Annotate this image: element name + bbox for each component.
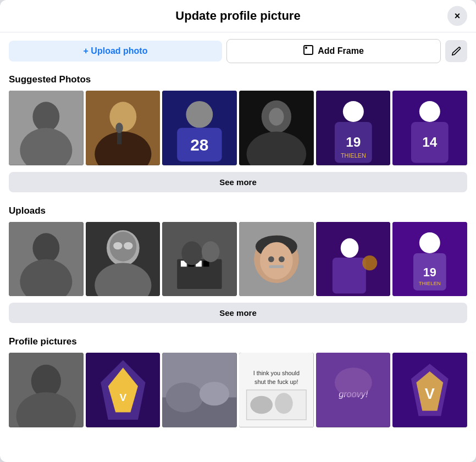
profile-pictures-section: Profile pictures V I think you should sh…: [0, 332, 476, 427]
svg-point-71: [200, 382, 229, 405]
svg-point-57: [419, 232, 440, 253]
svg-rect-54: [333, 258, 366, 293]
photo-cell[interactable]: [239, 91, 314, 165]
profile-pictures-grid: V I think you should shut the fuck up! g…: [9, 353, 467, 427]
svg-point-1: [305, 47, 307, 49]
svg-text:I think you should: I think you should: [253, 370, 300, 376]
photo-cell[interactable]: [9, 222, 84, 297]
svg-point-25: [419, 101, 440, 122]
svg-point-43: [182, 241, 203, 265]
svg-point-20: [342, 101, 363, 122]
svg-point-18: [269, 108, 284, 126]
add-frame-label: Add Frame: [318, 46, 364, 56]
svg-text:THIELEN: THIELEN: [419, 280, 441, 286]
suggested-see-more-button[interactable]: See more: [9, 172, 467, 192]
frame-icon: [303, 45, 313, 57]
svg-text:14: 14: [423, 135, 438, 149]
svg-rect-0: [304, 46, 313, 54]
photo-cell[interactable]: 19 THIELEN: [316, 91, 391, 165]
svg-point-29: [32, 233, 59, 263]
svg-point-44: [202, 241, 220, 262]
svg-point-49: [268, 256, 274, 262]
uploads-see-more-button[interactable]: See more: [9, 303, 467, 323]
photo-cell[interactable]: [86, 91, 160, 165]
photo-cell[interactable]: 19 THIELEN: [392, 222, 467, 297]
svg-point-50: [279, 256, 285, 262]
svg-text:28: 28: [191, 136, 209, 154]
photo-cell[interactable]: [9, 353, 84, 427]
svg-point-10: [115, 123, 123, 133]
uploads-section: Uploads 1: [0, 201, 476, 297]
photo-cell[interactable]: [239, 222, 314, 297]
photo-cell[interactable]: [316, 222, 391, 297]
photo-cell[interactable]: 28: [162, 91, 237, 165]
suggested-photos-title: Suggested Photos: [9, 74, 467, 85]
svg-text:19: 19: [346, 135, 361, 149]
svg-point-48: [260, 242, 293, 279]
suggested-photos-grid: 28 19 THIELEN 14: [9, 91, 467, 165]
svg-point-80: [335, 368, 372, 397]
svg-point-35: [113, 242, 122, 249]
photo-cell[interactable]: [86, 222, 160, 297]
svg-text:V: V: [425, 385, 435, 402]
photo-cell[interactable]: groovy!: [316, 353, 391, 427]
photo-cell[interactable]: [9, 91, 84, 165]
svg-point-53: [340, 238, 358, 258]
svg-point-7: [109, 102, 136, 131]
svg-point-77: [275, 393, 293, 414]
photo-cell[interactable]: V: [392, 353, 467, 427]
photo-cell[interactable]: [162, 353, 237, 427]
modal-title: Update profile picture: [175, 9, 300, 23]
close-button[interactable]: ×: [447, 6, 467, 26]
svg-point-36: [124, 242, 132, 249]
action-bar: + Upload photo Add Frame: [0, 32, 476, 70]
upload-photo-button[interactable]: + Upload photo: [9, 41, 222, 62]
uploads-title: Uploads: [9, 205, 467, 216]
uploads-photo-grid: 19 THIELEN: [9, 222, 467, 297]
svg-text:V: V: [119, 392, 126, 404]
svg-text:19: 19: [423, 265, 436, 279]
photo-cell[interactable]: [162, 222, 237, 297]
svg-text:shut the fuck up!: shut the fuck up!: [254, 378, 298, 385]
edit-button[interactable]: [445, 40, 467, 62]
svg-text:THIELEN: THIELEN: [341, 152, 366, 159]
svg-point-55: [362, 255, 377, 270]
svg-point-76: [250, 396, 273, 414]
suggested-photos-section: Suggested Photos 28 19 THIELEN 14: [0, 70, 476, 165]
add-frame-button[interactable]: Add Frame: [226, 39, 441, 63]
modal-header: Update profile picture ×: [0, 0, 476, 32]
profile-pictures-title: Profile pictures: [9, 336, 467, 347]
update-profile-picture-modal: Update profile picture × + Upload photo …: [0, 0, 476, 462]
svg-point-70: [166, 383, 203, 413]
photo-cell[interactable]: I think you should shut the fuck up!: [239, 353, 314, 427]
photo-cell[interactable]: V: [86, 353, 160, 427]
svg-rect-51: [269, 265, 284, 268]
svg-point-12: [186, 101, 213, 128]
photo-cell[interactable]: 14: [392, 91, 467, 165]
svg-point-3: [32, 102, 59, 131]
